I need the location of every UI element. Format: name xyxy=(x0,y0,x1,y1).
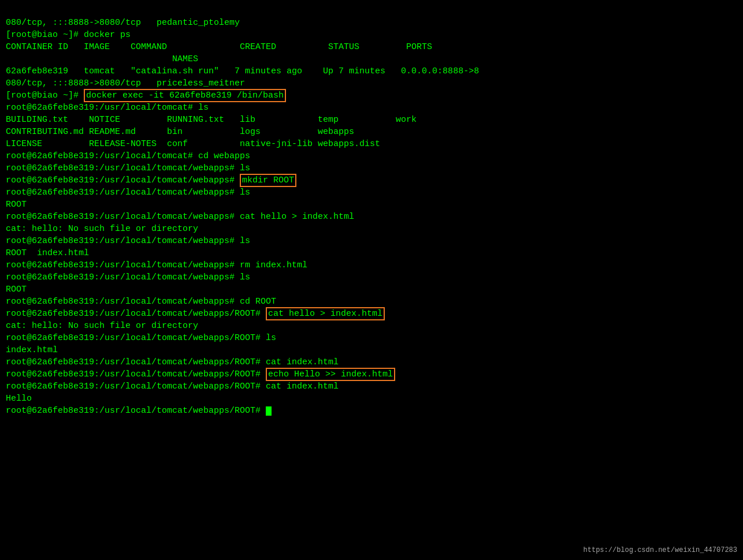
terminal-line: root@62a6feb8e319:/usr/local/tomcat/weba… xyxy=(6,380,737,393)
highlighted-command: echo Hello >> index.html xyxy=(266,368,395,381)
terminal-line: Hello xyxy=(6,393,737,405)
terminal-line: [root@biao ~]# docker ps xyxy=(6,29,737,41)
terminal-line: index.html xyxy=(6,344,737,356)
terminal-line: root@62a6feb8e319:/usr/local/tomcat# cd … xyxy=(6,150,737,162)
terminal-line: ROOT index.html xyxy=(6,247,737,259)
terminal-line: BUILDING.txt NOTICE RUNNING.txt lib temp… xyxy=(6,114,737,126)
terminal-line: [root@biao ~]# docker exec -it 62a6feb8e… xyxy=(6,89,737,102)
terminal-line: ROOT xyxy=(6,283,737,296)
terminal-line: root@62a6feb8e319:/usr/local/tomcat/weba… xyxy=(6,296,737,308)
terminal-line: 080/tcp, :::8888->8080/tcp priceless_mei… xyxy=(6,77,737,89)
terminal-line: root@62a6feb8e319:/usr/local/tomcat/weba… xyxy=(6,186,737,199)
watermark: https://blog.csdn.net/weixin_44707283 xyxy=(584,546,737,555)
highlighted-command: mkdir ROOT xyxy=(240,174,296,187)
terminal-line: 080/tcp, :::8888->8080/tcp pedantic_ptol… xyxy=(6,17,737,29)
terminal-line: ROOT xyxy=(6,199,737,211)
terminal-line: root@62a6feb8e319:/usr/local/tomcat/weba… xyxy=(6,368,737,380)
terminal-cursor xyxy=(266,406,272,416)
terminal-line: CONTRIBUTING.md README.md bin logs webap… xyxy=(6,126,737,138)
terminal-line: root@62a6feb8e319:/usr/local/tomcat/weba… xyxy=(6,174,737,186)
terminal-line: root@62a6feb8e319:/usr/local/tomcat/weba… xyxy=(6,235,737,247)
terminal-line: root@62a6feb8e319:/usr/local/tomcat# ls xyxy=(6,102,737,114)
terminal-line: CONTAINER ID IMAGE COMMAND CREATED STATU… xyxy=(6,41,737,53)
terminal-line: cat: hello: No such file or directory xyxy=(6,223,737,235)
terminal-output: 080/tcp, :::8888->8080/tcp pedantic_ptol… xyxy=(6,5,737,417)
terminal-line: root@62a6feb8e319:/usr/local/tomcat/weba… xyxy=(6,356,737,368)
terminal-line: 62a6feb8e319 tomcat "catalina.sh run" 7 … xyxy=(6,65,737,77)
terminal-line: root@62a6feb8e319:/usr/local/tomcat/weba… xyxy=(6,405,737,417)
highlighted-command: cat hello > index.html xyxy=(266,307,385,320)
terminal-line: NAMES xyxy=(6,53,737,65)
terminal-line: root@62a6feb8e319:/usr/local/tomcat/weba… xyxy=(6,332,737,344)
terminal-line: root@62a6feb8e319:/usr/local/tomcat/weba… xyxy=(6,308,737,320)
terminal-line: root@62a6feb8e319:/usr/local/tomcat/weba… xyxy=(6,259,737,271)
highlighted-command: docker exec -it 62a6feb8e319 /bin/bash xyxy=(84,89,286,102)
terminal-line: root@62a6feb8e319:/usr/local/tomcat/weba… xyxy=(6,271,737,283)
terminal-line: LICENSE RELEASE-NOTES conf native-jni-li… xyxy=(6,138,737,150)
terminal-line: root@62a6feb8e319:/usr/local/tomcat/weba… xyxy=(6,162,737,174)
terminal-line: root@62a6feb8e319:/usr/local/tomcat/weba… xyxy=(6,211,737,223)
terminal-line: cat: hello: No such file or directory xyxy=(6,320,737,332)
